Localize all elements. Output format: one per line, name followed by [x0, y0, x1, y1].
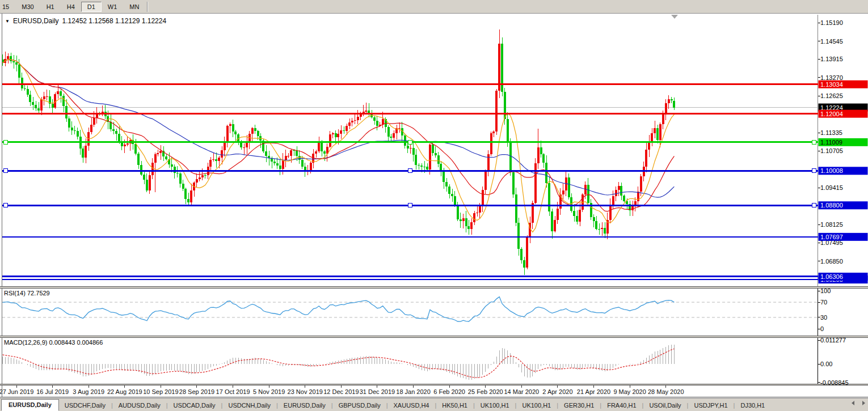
- price-badge-1.10008: 1.10008: [820, 167, 843, 174]
- hline-handle[interactable]: [408, 204, 412, 207]
- date-label: 3 Aug 2019: [73, 388, 104, 395]
- chart-tab-usdjpy-h1[interactable]: USDJPY,H1: [688, 400, 733, 411]
- timeframe-button-h1[interactable]: H1: [40, 2, 61, 12]
- date-label: 18 Jan 2020: [396, 388, 431, 395]
- chart-tab-dj30-h1[interactable]: DJ30,H1: [735, 400, 770, 411]
- chart-symbol-label: EURUSD,Daily: [13, 17, 59, 25]
- hline-handle[interactable]: [812, 169, 816, 173]
- timeframe-toolbar: 15M30H1H4D1W1MN: [0, 0, 868, 14]
- macd-axis-label: 0.00: [820, 361, 832, 367]
- hline-handle[interactable]: [408, 169, 412, 173]
- chart-tab-usdcnh-daily[interactable]: USDCNH,Daily: [222, 400, 276, 411]
- price-tick-label: 1.10705: [820, 147, 843, 154]
- price-badge-1.08800: 1.08800: [820, 202, 843, 209]
- price-tick-label: 1.13915: [820, 56, 843, 62]
- rsi-pane-label: RSI(14) 72.7529: [4, 290, 50, 296]
- rsi-axis-label: 100: [820, 287, 831, 294]
- timeframe-button-15[interactable]: 15: [0, 2, 15, 12]
- macd-pane-label: MACD(12,26,9) 0.008443 0.004866: [4, 339, 103, 346]
- chart-tab-usoil-daily[interactable]: USOil,Daily: [643, 400, 686, 411]
- date-label: 28 Sep 2019: [179, 388, 214, 395]
- macd-current-values: 0.008443 0.004866: [49, 339, 103, 346]
- macd-axis-label: -0.008845: [820, 379, 849, 386]
- date-label: 21 Apr 2020: [577, 388, 610, 395]
- price-badge-1.13034: 1.13034: [820, 81, 843, 88]
- timeframe-button-m30[interactable]: M30: [15, 2, 40, 12]
- tab-scroll-right-icon[interactable]: [862, 401, 865, 405]
- chart-tab-usdchf-daily[interactable]: USDCHF,Daily: [59, 400, 111, 411]
- date-label: 9 May 2020: [613, 388, 646, 395]
- price-badge-1.11009: 1.11009: [820, 139, 842, 146]
- chart-tab-bar: EURUSD,DailyUSDCHF,Daily|AUDUSD,Daily|US…: [0, 398, 868, 411]
- date-label: 17 Oct 2019: [216, 388, 250, 395]
- date-label: 5 Nov 2019: [253, 388, 285, 395]
- price-tick-label: 1.13270: [820, 74, 843, 81]
- symbol-dropdown-icon[interactable]: ▼: [5, 19, 10, 24]
- price-tick-label: 1.14545: [820, 38, 843, 45]
- timeframe-button-h4[interactable]: H4: [61, 2, 81, 12]
- price-tick-label: 1.15190: [820, 19, 843, 26]
- hline-handle[interactable]: [812, 140, 816, 144]
- timeframe-button-d1[interactable]: D1: [81, 2, 102, 12]
- chart-tab-hk50-h1[interactable]: HK50,H1: [436, 400, 473, 411]
- chart-tab-uk100-h1[interactable]: UK100,H1: [516, 400, 557, 411]
- chart-tab-fra40-h1[interactable]: FRA40,H1: [601, 400, 642, 411]
- date-label: 12 Dec 2019: [323, 388, 359, 395]
- rsi-axis-label: 30: [820, 314, 827, 321]
- toolbar-separator: [147, 2, 148, 12]
- timeframe-button-w1[interactable]: W1: [102, 2, 124, 12]
- chart-tab-gbpusd-daily[interactable]: GBPUSD,Daily: [333, 400, 386, 411]
- date-label: 27 Jun 2019: [0, 388, 33, 395]
- date-label: 2 Apr 2020: [542, 388, 572, 395]
- date-label: 25 Feb 2020: [468, 388, 503, 395]
- chart-tab-ger30-h1[interactable]: GER30,H1: [558, 400, 600, 411]
- tab-scroll-left-icon[interactable]: [852, 401, 854, 405]
- date-label: 23 Nov 2019: [288, 388, 323, 395]
- date-label: 28 May 2020: [648, 388, 684, 395]
- chart-ohlc-values: 1.12452 1.12568 1.12129 1.12224: [62, 17, 167, 25]
- price-tick-label: 1.12625: [820, 92, 843, 99]
- price-badge-1.07697: 1.07697: [820, 234, 843, 240]
- chart-canvas[interactable]: 1.151901.145451.139151.132701.126251.113…: [0, 0, 868, 411]
- chart-title: ▼EURUSD,Daily1.12452 1.12568 1.12129 1.1…: [5, 17, 166, 25]
- price-tick-label: 1.08125: [820, 221, 843, 228]
- price-badge-1.12004: 1.12004: [820, 111, 843, 117]
- macd-axis-label: 0.011277: [820, 337, 846, 344]
- date-label: 6 Feb 2020: [433, 388, 465, 395]
- chart-tab-eurusd-daily[interactable]: EURUSD,Daily: [1, 399, 59, 411]
- date-label: 10 Sep 2019: [143, 388, 178, 395]
- price-tick-label: 1.11335: [820, 129, 842, 136]
- timeframe-button-mn[interactable]: MN: [123, 2, 145, 12]
- rsi-axis-label: 70: [820, 299, 827, 306]
- chart-tab-audusd-daily[interactable]: AUDUSD,Daily: [113, 400, 166, 411]
- rsi-axis-label: 0: [820, 325, 824, 332]
- price-badge-1.06306: 1.06306: [820, 273, 843, 280]
- price-tick-label: 1.09415: [820, 184, 843, 191]
- hline-handle[interactable]: [3, 204, 7, 207]
- hline-handle[interactable]: [3, 140, 7, 144]
- rsi-current-value: 72.7529: [27, 290, 50, 296]
- date-label: 14 Mar 2020: [504, 388, 539, 395]
- chart-tab-xauusd-h4[interactable]: XAUUSD,H4: [388, 400, 435, 411]
- hline-handle[interactable]: [408, 140, 412, 144]
- chart-shift-marker-icon[interactable]: [671, 15, 678, 19]
- tab-scroll-arrows: [852, 401, 865, 405]
- date-label: 31 Dec 2019: [360, 388, 395, 395]
- date-label: 16 Jul 2019: [36, 388, 69, 395]
- hline-handle[interactable]: [812, 204, 816, 207]
- price-tick-label: 1.06850: [820, 258, 843, 265]
- chart-tab-eurusd-daily[interactable]: EURUSD,Daily: [278, 400, 331, 411]
- chart-tab-usdcad-daily[interactable]: USDCAD,Daily: [168, 400, 221, 411]
- date-label: 22 Aug 2019: [107, 388, 142, 395]
- hline-handle[interactable]: [3, 169, 7, 173]
- chart-tab-uk100-h1[interactable]: UK100,H1: [475, 400, 515, 411]
